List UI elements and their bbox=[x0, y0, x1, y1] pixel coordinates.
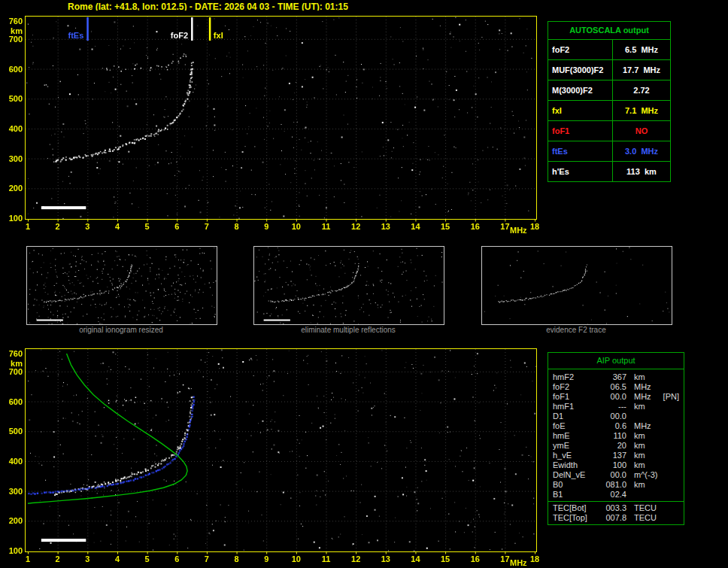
aip-output-table: AIP output hmF2367kmfoF206.5MHzfoF100.0M… bbox=[548, 352, 684, 525]
aip-param-flag: [PN] bbox=[663, 392, 679, 402]
aip-param-name: foE bbox=[553, 421, 599, 431]
aip-param-unit: km bbox=[634, 402, 645, 412]
aip-param-unit: m^(-3) bbox=[634, 470, 657, 480]
aip-param-unit: km bbox=[634, 460, 645, 470]
autoscala-table-title: AUTOSCALA output bbox=[548, 22, 670, 40]
aip-param-value: 20 bbox=[599, 441, 626, 451]
autoscala-param-value: 3.0 MHz bbox=[613, 141, 670, 161]
autoscala-row: foF1NO bbox=[548, 121, 670, 141]
autoscala-row: M(3000)F22.72 bbox=[548, 80, 670, 101]
aip-row: foE0.6MHz bbox=[548, 421, 684, 431]
aip-param-name: TEC[Top] bbox=[553, 513, 599, 523]
aip-param-unit: MHz bbox=[634, 382, 651, 392]
aip-param-value: 003.3 bbox=[599, 503, 626, 513]
top-ionogram-plot bbox=[0, 11, 545, 240]
aip-row: h_vE137km bbox=[548, 451, 684, 460]
autoscala-row: fxI7.1 MHz bbox=[548, 101, 670, 121]
thumbnail-eliminate-reflections bbox=[253, 246, 444, 325]
autoscala-param-value: 6.5 MHz bbox=[613, 40, 670, 59]
aip-param-unit: km bbox=[634, 441, 645, 451]
autoscala-row: foF26.5 MHz bbox=[548, 40, 670, 60]
thumbnail-caption: eliminate multiple reflections bbox=[253, 326, 444, 334]
aip-param-name: Ewidth bbox=[553, 460, 599, 470]
aip-param-unit: MHz bbox=[634, 392, 651, 402]
aip-param-name: TEC[Bot] bbox=[553, 503, 599, 513]
aip-param-unit: TECU bbox=[634, 503, 657, 513]
autoscala-param-value: NO bbox=[613, 121, 670, 141]
autoscala-row: h'Es113 km bbox=[548, 162, 670, 181]
autoscala-param-value: 113 km bbox=[613, 162, 670, 181]
thumbnail-evidence-f2-trace bbox=[481, 246, 672, 325]
aip-param-value: 06.5 bbox=[599, 382, 626, 392]
autoscala-param-name: ftEs bbox=[548, 141, 613, 161]
aip-param-name: B0 bbox=[553, 480, 599, 490]
autoscala-param-value: 7.1 MHz bbox=[613, 101, 670, 120]
autoscala-param-name: M(3000)F2 bbox=[548, 80, 613, 100]
aip-param-name: hmE bbox=[553, 431, 599, 441]
autoscala-param-name: fxI bbox=[548, 101, 613, 120]
aip-row: TEC[Bot]003.3TECU bbox=[548, 503, 684, 513]
aip-param-unit: km bbox=[634, 372, 645, 382]
aip-row: hmF1---km bbox=[548, 402, 684, 412]
aip-param-value: 081.0 bbox=[599, 480, 626, 490]
autoscala-output-table: AUTOSCALA output foF26.5 MHzMUF(3000)F21… bbox=[548, 21, 671, 182]
aip-row: hmF2367km bbox=[548, 372, 684, 382]
aip-param-name: hmF2 bbox=[553, 372, 599, 382]
thumbnail-original-ionogram bbox=[26, 246, 217, 325]
aip-param-unit: TECU bbox=[634, 513, 657, 523]
aip-row: B0081.0km bbox=[548, 480, 684, 490]
autoscala-row: MUF(3000)F217.7 MHz bbox=[548, 60, 670, 80]
thumbnail-caption: evidence F2 trace bbox=[481, 326, 672, 334]
aip-param-unit: km bbox=[634, 451, 645, 460]
aip-row: foF100.0MHz[PN] bbox=[548, 392, 684, 402]
aip-row: foF206.5MHz bbox=[548, 382, 684, 392]
aip-param-name: B1 bbox=[553, 490, 599, 500]
autoscala-row: ftEs3.0 MHz bbox=[548, 141, 670, 162]
aip-param-name: foF1 bbox=[553, 392, 599, 402]
aip-param-value: 100 bbox=[599, 460, 626, 470]
aip-param-name: ymE bbox=[553, 441, 599, 451]
aip-param-value: --- bbox=[599, 402, 626, 412]
aip-param-value: 367 bbox=[599, 372, 626, 382]
aip-param-name: foF2 bbox=[553, 382, 599, 392]
aip-param-value: 110 bbox=[599, 431, 626, 441]
aip-param-value: 0.6 bbox=[599, 421, 626, 431]
aip-param-unit: km bbox=[634, 480, 645, 490]
aip-row: hmE110km bbox=[548, 431, 684, 441]
aip-param-unit: km bbox=[634, 431, 645, 441]
aip-row: ymE20km bbox=[548, 441, 684, 451]
aip-tec-rows: TEC[Bot]003.3TECUTEC[Top]007.8TECU bbox=[548, 501, 684, 524]
aip-table-title: AIP output bbox=[548, 353, 684, 369]
aip-param-value: 00.0 bbox=[599, 392, 626, 402]
aip-param-name: h_vE bbox=[553, 451, 599, 460]
aip-param-value: 007.8 bbox=[599, 513, 626, 523]
aip-param-unit: MHz bbox=[634, 421, 651, 431]
aip-param-name: hmF1 bbox=[553, 402, 599, 412]
aip-param-value: 137 bbox=[599, 451, 626, 460]
aip-param-value: 00.0 bbox=[599, 470, 626, 480]
autoscala-param-value: 17.7 MHz bbox=[613, 60, 670, 80]
autoscala-param-value: 2.72 bbox=[613, 80, 670, 100]
aip-row: DelN_vE00.0m^(-3) bbox=[548, 470, 684, 480]
autoscala-param-name: h'Es bbox=[548, 162, 613, 181]
aip-row: B102.4 bbox=[548, 490, 684, 500]
autoscala-param-name: foF1 bbox=[548, 121, 613, 141]
aip-row: D100.0 bbox=[548, 412, 684, 421]
aip-row: Ewidth100km bbox=[548, 460, 684, 470]
thumbnail-caption: original ionogram resized bbox=[26, 326, 217, 334]
aip-table-body: hmF2367kmfoF206.5MHzfoF100.0MHz[PN]hmF1-… bbox=[548, 369, 684, 501]
aip-param-value: 02.4 bbox=[599, 490, 626, 500]
aip-param-name: D1 bbox=[553, 412, 599, 421]
aip-param-value: 00.0 bbox=[599, 412, 626, 421]
autoscala-param-name: MUF(3000)F2 bbox=[548, 60, 613, 80]
autoscala-param-name: foF2 bbox=[548, 40, 613, 59]
aip-row: TEC[Top]007.8TECU bbox=[548, 513, 684, 523]
autoscala-table-body: foF26.5 MHzMUF(3000)F217.7 MHzM(3000)F22… bbox=[548, 40, 670, 181]
autoscala-app-window: Rome (lat: +41.8, lon: 012.5) - DATE: 20… bbox=[0, 0, 728, 568]
aip-param-name: DelN_vE bbox=[553, 470, 599, 480]
bottom-ionogram-profile-plot bbox=[0, 343, 545, 568]
